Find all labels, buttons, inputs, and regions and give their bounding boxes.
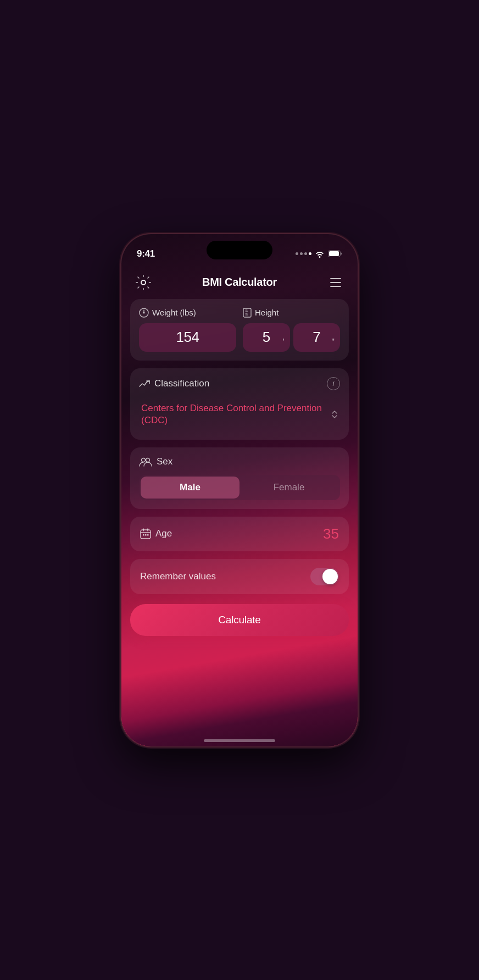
svg-rect-22 xyxy=(147,534,149,536)
height-feet-input[interactable]: 5 ' xyxy=(243,323,290,352)
home-indicator xyxy=(204,739,275,742)
nav-title: BMI Calculator xyxy=(202,276,277,289)
sex-card: Sex Male Female xyxy=(130,447,349,509)
height-inputs-row: 5 ' 7 " xyxy=(243,323,340,352)
height-label-row: Height xyxy=(243,308,340,318)
height-feet-suffix: ' xyxy=(282,337,284,347)
info-icon: i xyxy=(333,379,335,387)
status-icons xyxy=(296,250,342,258)
nav-bar: BMI Calculator xyxy=(121,268,358,297)
wifi-icon xyxy=(315,250,325,258)
remember-toggle[interactable] xyxy=(310,568,339,585)
calculate-label: Calculate xyxy=(218,614,260,626)
remember-label: Remember values xyxy=(140,571,216,582)
height-column: Height 5 ' 7 " xyxy=(243,308,340,352)
settings-button[interactable] xyxy=(135,274,152,291)
weight-icon xyxy=(139,308,149,318)
weight-label: Weight (lbs) xyxy=(152,308,196,317)
list-button[interactable] xyxy=(327,274,344,291)
height-feet-value: 5 xyxy=(263,329,270,346)
height-inches-suffix: " xyxy=(331,337,335,347)
sex-male-option[interactable]: Male xyxy=(141,477,239,499)
status-time: 9:41 xyxy=(137,248,155,259)
age-value: 35 xyxy=(323,525,339,542)
chart-icon xyxy=(139,379,150,389)
sex-male-label: Male xyxy=(180,482,200,493)
weight-label-row: Weight (lbs) xyxy=(139,308,236,318)
classification-title: Classification xyxy=(154,378,209,389)
sex-female-label: Female xyxy=(274,482,305,493)
sex-segmented-control: Male Female xyxy=(139,475,340,500)
height-label: Height xyxy=(255,308,279,317)
calendar-icon xyxy=(140,528,151,539)
toggle-knob xyxy=(322,569,338,584)
classification-title-row: Classification xyxy=(139,378,209,389)
ruler-icon xyxy=(243,308,252,318)
weight-column: Weight (lbs) 154 xyxy=(139,308,236,352)
sex-female-option[interactable]: Female xyxy=(239,477,338,499)
age-label-row: Age xyxy=(140,528,172,539)
age-label: Age xyxy=(155,528,172,539)
height-inches-input[interactable]: 7 " xyxy=(293,323,341,352)
remember-values-card: Remember values xyxy=(130,559,349,594)
sex-title-row: Sex xyxy=(139,456,172,467)
dynamic-island xyxy=(207,241,272,259)
svg-rect-20 xyxy=(143,534,144,536)
weight-height-card: Weight (lbs) 154 xyxy=(130,299,349,361)
classification-value: Centers for Disease Control and Preventi… xyxy=(141,402,331,427)
classification-header: Classification i xyxy=(139,377,340,390)
calculate-button[interactable]: Calculate xyxy=(130,604,349,636)
sex-header: Sex xyxy=(139,456,340,467)
svg-point-15 xyxy=(146,458,150,462)
weight-input[interactable]: 154 xyxy=(139,323,236,352)
height-inches-value: 7 xyxy=(313,329,320,346)
sex-title: Sex xyxy=(157,456,172,467)
people-icon xyxy=(139,457,152,467)
classification-info-button[interactable]: i xyxy=(327,377,340,390)
dropdown-arrows-icon xyxy=(331,410,338,419)
weight-value: 154 xyxy=(176,329,199,346)
classification-dropdown[interactable]: Centers for Disease Control and Preventi… xyxy=(139,398,340,431)
svg-point-14 xyxy=(142,458,146,462)
svg-point-8 xyxy=(143,312,145,313)
classification-card: Classification i Centers for Disease Con… xyxy=(130,368,349,440)
battery-icon xyxy=(328,250,342,257)
age-card[interactable]: Age 35 xyxy=(130,517,349,551)
signal-icon xyxy=(296,252,311,255)
svg-rect-21 xyxy=(145,534,147,536)
svg-rect-1 xyxy=(329,251,339,256)
